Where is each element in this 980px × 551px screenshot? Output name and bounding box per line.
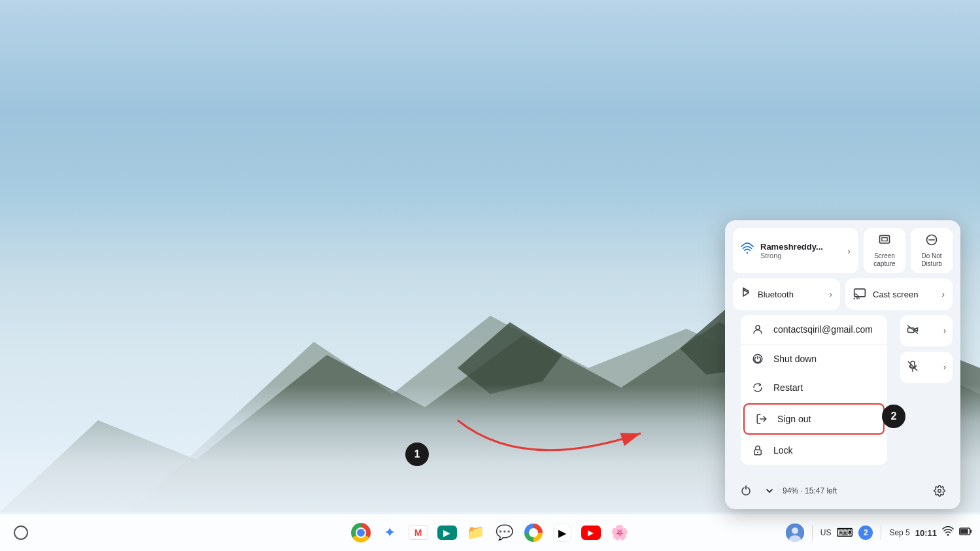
lock-label: Lock [773, 445, 877, 456]
expand-power-button[interactable] [759, 480, 780, 501]
launcher-button[interactable] [8, 520, 34, 546]
taskbar: ✦ M ▶ 📁 💬 [0, 514, 980, 551]
privacy-icon-button[interactable]: › [900, 315, 953, 346]
power-button[interactable] [735, 480, 756, 501]
svg-point-20 [938, 490, 941, 493]
svg-rect-5 [880, 235, 890, 243]
restart-icon [751, 382, 764, 393]
shutdown-icon [751, 353, 764, 365]
svg-point-23 [792, 527, 798, 534]
sign-out-label: Sign out [777, 414, 873, 424]
tray-separator-1 [812, 525, 813, 541]
cast-screen-arrow: › [941, 289, 945, 299]
wifi-name: Rameshreddy... [760, 242, 841, 252]
taskbar-app-gmail[interactable]: M [405, 520, 431, 546]
svg-point-25 [947, 534, 949, 536]
annotation-1-text: 1 [414, 448, 420, 460]
avatar-image [786, 524, 804, 542]
qs-menu: contactsqiril@gmail.com Shut down [741, 315, 887, 465]
privacy-camera-arrow: › [943, 326, 946, 335]
cast-screen-icon [853, 286, 866, 302]
do-not-disturb-icon [925, 233, 938, 250]
youtube-icon: ▶ [581, 526, 601, 540]
taskbar-app-youtube[interactable]: ▶ [578, 520, 604, 546]
svg-point-15 [757, 452, 758, 453]
svg-rect-28 [960, 529, 968, 534]
wifi-icon [741, 242, 754, 259]
svg-rect-9 [854, 289, 866, 297]
svg-rect-27 [970, 530, 972, 533]
qs-top-row: Rameshreddy... Strong › Screen capture [725, 220, 960, 278]
svg-rect-6 [882, 238, 887, 241]
cast-screen-button[interactable]: Cast screen › [845, 278, 953, 310]
desktop: Rameshreddy... Strong › Screen capture [0, 0, 980, 551]
taskbar-app-files[interactable]: 📁 [463, 520, 489, 546]
power-area: 94% · 15:47 left [735, 480, 837, 501]
quick-settings-panel: Rameshreddy... Strong › Screen capture [725, 220, 960, 509]
privacy-mic-button[interactable]: › [900, 352, 953, 383]
keyboard-layout[interactable]: US [820, 528, 832, 537]
restart-label: Restart [773, 382, 877, 393]
wifi-arrow: › [847, 246, 851, 256]
taskbar-app-google-photos[interactable]: 🌸 [607, 520, 633, 546]
taskbar-battery-icon[interactable] [959, 527, 972, 539]
wifi-strength: Strong [760, 252, 841, 259]
annotation-2-text: 2 [891, 410, 897, 422]
taskbar-app-playstore[interactable]: ▶ [549, 520, 575, 546]
qs-right-icons: › › [900, 315, 953, 470]
tray-avatar[interactable] [786, 524, 804, 542]
taskbar-app-chat[interactable]: 💬 [492, 520, 518, 546]
taskbar-app-photos-app[interactable] [520, 520, 547, 546]
keyboard-icon[interactable]: ⌨ [836, 526, 853, 540]
account-email: contactsqiril@gmail.com [773, 324, 877, 335]
notification-badge[interactable]: 2 [858, 526, 873, 540]
account-menu-item[interactable]: contactsqiril@gmail.com [741, 315, 887, 344]
qs-bottom-section: contactsqiril@gmail.com Shut down [725, 315, 960, 475]
taskbar-time[interactable]: 10:11 [915, 528, 937, 538]
bluetooth-arrow: › [829, 289, 832, 299]
svg-point-11 [756, 326, 760, 329]
annotation-bubble-1: 1 [405, 442, 429, 466]
taskbar-app-meet[interactable]: ▶ [434, 520, 460, 546]
shutdown-label: Shut down [773, 354, 877, 364]
bluetooth-button[interactable]: Bluetooth › [733, 278, 840, 310]
taskbar-left [8, 520, 34, 546]
privacy-mic-icon [907, 360, 919, 375]
qs-bottom-bar: 94% · 15:47 left [725, 475, 960, 504]
screen-capture-button[interactable]: Screen capture [864, 228, 905, 273]
battery-status: 94% · 15:47 left [783, 486, 837, 495]
privacy-camera-icon [907, 324, 919, 338]
photos-icon [524, 524, 543, 542]
taskbar-wifi-icon[interactable] [942, 526, 954, 539]
taskbar-apps: ✦ M ▶ 📁 💬 [348, 520, 633, 546]
lock-icon [751, 444, 764, 456]
privacy-mic-arrow: › [943, 363, 946, 372]
svg-point-10 [853, 298, 855, 299]
taskbar-system-tray: US ⌨ 2 Sep 5 10:11 [786, 524, 972, 542]
taskbar-app-chrome[interactable] [348, 520, 374, 546]
account-icon [751, 324, 764, 335]
lock-menu-item[interactable]: Lock [741, 436, 887, 465]
do-not-disturb-label: Do Not Disturb [913, 252, 950, 268]
tray-separator-2 [881, 525, 881, 541]
taskbar-date: Sep 5 [889, 528, 909, 537]
annotation-bubble-2: 2 [882, 405, 905, 428]
bluetooth-icon [741, 286, 751, 302]
playstore-icon: ▶ [553, 524, 571, 542]
qs-middle-row: Bluetooth › Cast screen › [725, 278, 960, 315]
wifi-info: Rameshreddy... Strong [760, 242, 841, 259]
wifi-button[interactable]: Rameshreddy... Strong › [733, 228, 858, 273]
launcher-circle-icon [14, 526, 28, 540]
do-not-disturb-button[interactable]: Do Not Disturb [911, 228, 953, 273]
meet-icon: ▶ [437, 526, 457, 540]
shutdown-menu-item[interactable]: Shut down [741, 344, 887, 373]
gmail-icon: M [409, 526, 428, 540]
sign-out-icon [755, 413, 768, 425]
settings-button[interactable] [929, 480, 950, 501]
screen-capture-label: Screen capture [866, 252, 903, 268]
sign-out-menu-item[interactable]: Sign out [743, 403, 885, 435]
taskbar-app-gemini[interactable]: ✦ [377, 520, 403, 546]
restart-menu-item[interactable]: Restart [741, 373, 887, 402]
chrome-icon [351, 523, 371, 543]
qs-menu-col: contactsqiril@gmail.com Shut down [733, 315, 895, 470]
